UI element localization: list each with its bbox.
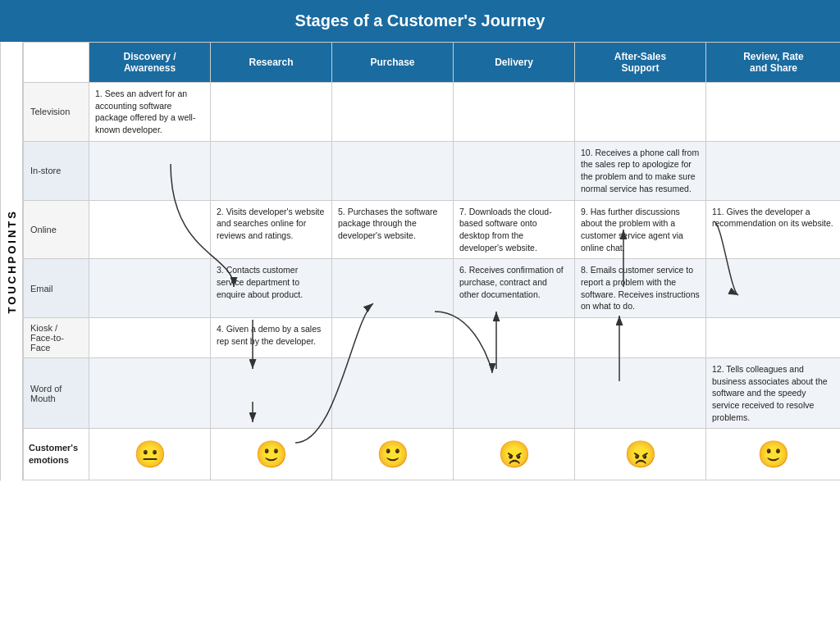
content-cell — [332, 83, 454, 142]
content-cell — [332, 318, 454, 358]
main-container: Stages of a Customer's Journey TOUCHPOIN… — [0, 0, 840, 480]
page-title: Stages of a Customer's Journey — [0, 0, 840, 42]
header-row: Discovery /Awareness Research Purchase D… — [24, 43, 841, 83]
emotion-emoji-2: 🙂 — [332, 429, 454, 480]
content-cell — [89, 259, 211, 318]
content-cell — [706, 83, 841, 142]
content-cell — [454, 358, 575, 429]
content-cell — [575, 83, 706, 142]
emotions-row: Customer'semotions😐🙂🙂😠😠🙂 — [24, 429, 841, 480]
stage-header-5: Review, Rateand Share — [706, 43, 841, 83]
content-cell — [332, 141, 454, 200]
content-cell — [89, 200, 211, 259]
content-cell: 10. Receives a phone call from the sales… — [575, 141, 706, 200]
content-cell: 11. Gives the developer a recommendation… — [706, 200, 841, 259]
emotions-label: Customer'semotions — [24, 429, 89, 480]
content-cell: 12. Tells colleagues and business associ… — [706, 358, 841, 429]
content-cell — [211, 141, 332, 200]
content-cell: 5. Purchases the software package throug… — [332, 200, 454, 259]
content-cell — [89, 358, 211, 429]
stage-header-0: Discovery /Awareness — [89, 43, 211, 83]
emotion-emoji-3: 😠 — [454, 429, 575, 480]
row-label: Kiosk /Face-to-Face — [24, 318, 89, 358]
content-cell: 1. Sees an advert for an accounting soft… — [89, 83, 211, 142]
empty-header — [24, 43, 89, 83]
table-row: In-store10. Receives a phone call from t… — [24, 141, 841, 200]
row-label: Online — [24, 200, 89, 259]
content-cell: 2. Visits developer's website and search… — [211, 200, 332, 259]
row-label: In-store — [24, 141, 89, 200]
content-cell — [706, 259, 841, 318]
emotion-emoji-4: 😠 — [575, 429, 706, 480]
row-label: Email — [24, 259, 89, 318]
content-cell — [332, 259, 454, 318]
stage-header-3: Delivery — [454, 43, 575, 83]
stage-header-2: Purchase — [332, 43, 454, 83]
emotion-emoji-0: 😐 — [89, 429, 211, 480]
content-cell — [575, 318, 706, 358]
content-cell — [575, 358, 706, 429]
stage-header-4: After-SalesSupport — [575, 43, 706, 83]
stage-header-1: Research — [211, 43, 332, 83]
content-cell — [89, 318, 211, 358]
content-cell — [454, 83, 575, 142]
emotion-emoji-5: 🙂 — [706, 429, 841, 480]
content-cell — [211, 358, 332, 429]
content-cell — [706, 141, 841, 200]
row-label: Word ofMouth — [24, 358, 89, 429]
content-cell: 6. Receives confirmation of purchase, co… — [454, 259, 575, 318]
content-cell — [332, 358, 454, 429]
content-cell: 3. Contacts customer service department … — [211, 259, 332, 318]
table-row: Email3. Contacts customer service depart… — [24, 259, 841, 318]
content-cell — [706, 318, 841, 358]
touchpoints-label: TOUCHPOINTS — [0, 42, 23, 480]
content-cell: 7. Downloads the cloud-based software on… — [454, 200, 575, 259]
table-row: Television1. Sees an advert for an accou… — [24, 83, 841, 142]
content-cell — [454, 318, 575, 358]
content-cell: 9. Has further discussions about the pro… — [575, 200, 706, 259]
table-row: Online2. Visits developer's website and … — [24, 200, 841, 259]
content-cell — [89, 141, 211, 200]
journey-table: Discovery /Awareness Research Purchase D… — [23, 42, 840, 480]
emotion-emoji-1: 🙂 — [211, 429, 332, 480]
row-label: Television — [24, 83, 89, 142]
table-row: Kiosk /Face-to-Face4. Given a demo by a … — [24, 318, 841, 358]
table-row: Word ofMouth12. Tells colleagues and bus… — [24, 358, 841, 429]
content-cell: 4. Given a demo by a sales rep sent by t… — [211, 318, 332, 358]
content-cell: 8. Emails customer service to report a p… — [575, 259, 706, 318]
content-cell — [211, 83, 332, 142]
content-cell — [454, 141, 575, 200]
